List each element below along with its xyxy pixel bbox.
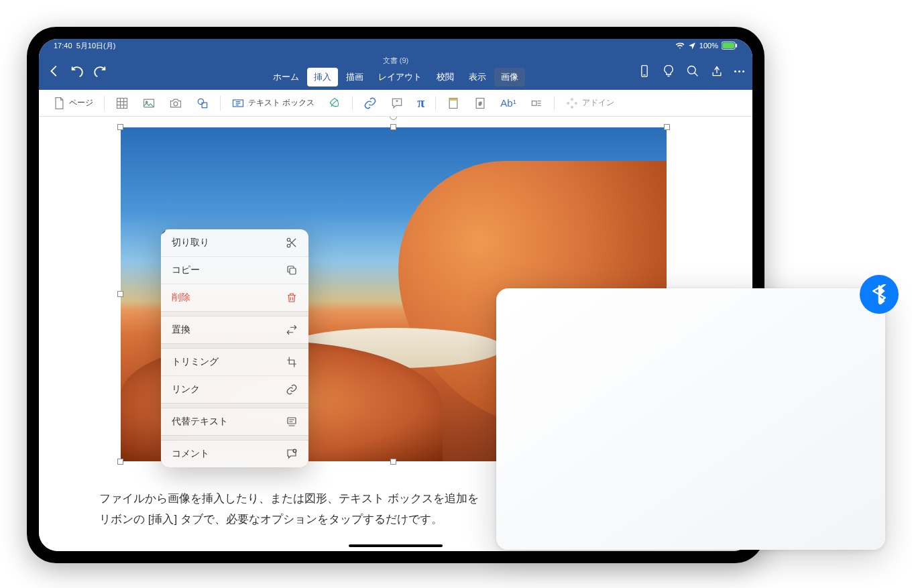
menu-alt-text[interactable]: 代替テキスト bbox=[161, 408, 308, 435]
status-left: 17:40 5月10日(月) bbox=[54, 41, 115, 51]
more-icon[interactable] bbox=[734, 70, 744, 72]
redo-icon[interactable] bbox=[93, 64, 107, 78]
leaf-icon bbox=[328, 97, 341, 110]
magic-trackpad bbox=[496, 288, 885, 550]
ribbon-comment[interactable] bbox=[386, 94, 408, 113]
menu-replace[interactable]: 置換 bbox=[161, 316, 308, 343]
resize-handle-bm[interactable] bbox=[390, 459, 396, 465]
tips-icon[interactable] bbox=[662, 64, 675, 78]
resize-handle-tl[interactable] bbox=[117, 124, 123, 130]
chain-icon bbox=[286, 384, 298, 396]
rotate-handle[interactable] bbox=[390, 117, 397, 120]
undo-icon[interactable] bbox=[70, 64, 84, 78]
svg-point-5 bbox=[688, 66, 696, 74]
tab-layout[interactable]: レイアウト bbox=[372, 68, 429, 86]
svg-rect-7 bbox=[117, 98, 127, 108]
menu-delete[interactable]: 削除 bbox=[161, 284, 308, 311]
ribbon-tabs: ホーム 挿入 描画 レイアウト 校閲 表示 画像 bbox=[266, 68, 525, 86]
ribbon-picture[interactable] bbox=[138, 94, 160, 113]
ribbon-link[interactable] bbox=[359, 94, 381, 113]
battery-percent: 100% bbox=[699, 42, 718, 50]
ribbon-shapes[interactable] bbox=[192, 94, 213, 113]
tab-draw[interactable]: 描画 bbox=[339, 68, 370, 86]
insert-ribbon: ページ テキスト ボックス π # Ab¹ bbox=[39, 90, 752, 117]
comment-add-icon bbox=[286, 448, 298, 460]
document-title[interactable]: 文書 (9) bbox=[383, 56, 409, 66]
copy-icon bbox=[286, 264, 298, 276]
ribbon-camera[interactable] bbox=[165, 94, 186, 113]
tab-picture[interactable]: 画像 bbox=[494, 68, 525, 86]
textbox-icon bbox=[231, 97, 245, 110]
bluetooth-badge bbox=[860, 275, 899, 314]
location-icon bbox=[688, 42, 696, 50]
crop-icon bbox=[286, 356, 298, 368]
picture-icon bbox=[142, 97, 156, 110]
ribbon-textbox[interactable]: テキスト ボックス bbox=[227, 94, 319, 113]
svg-point-15 bbox=[198, 99, 203, 104]
status-time: 17:40 bbox=[54, 42, 72, 50]
header-icon bbox=[447, 97, 460, 110]
swap-icon bbox=[286, 324, 298, 336]
resize-handle-ml[interactable] bbox=[117, 291, 123, 297]
ribbon-header[interactable] bbox=[443, 94, 464, 113]
ribbon-addin[interactable]: アドイン bbox=[561, 94, 618, 113]
wrap-icon bbox=[530, 97, 543, 110]
menu-cut[interactable]: 切り取り bbox=[161, 229, 308, 256]
trash-icon bbox=[286, 292, 298, 304]
ribbon-equation[interactable]: π bbox=[413, 93, 429, 113]
menu-crop[interactable]: トリミング bbox=[161, 349, 308, 375]
svg-rect-33 bbox=[288, 418, 296, 424]
table-icon bbox=[115, 97, 129, 110]
search-icon[interactable] bbox=[686, 64, 699, 78]
resize-handle-tm[interactable] bbox=[390, 124, 396, 130]
svg-point-14 bbox=[174, 101, 178, 105]
svg-point-29 bbox=[287, 244, 290, 247]
camera-icon bbox=[169, 97, 182, 110]
device-icon[interactable] bbox=[638, 64, 651, 78]
resize-handle-bl[interactable] bbox=[117, 459, 123, 465]
tab-insert[interactable]: 挿入 bbox=[307, 68, 338, 86]
shapes-icon bbox=[196, 97, 209, 110]
app-header: 文書 (9) ホーム 挿入 描画 レイアウト 校閲 表示 画像 bbox=[39, 52, 752, 90]
share-icon[interactable] bbox=[710, 64, 724, 78]
wifi-icon bbox=[675, 41, 685, 50]
home-indicator[interactable] bbox=[349, 544, 443, 547]
tab-home[interactable]: ホーム bbox=[266, 68, 306, 86]
comment-icon bbox=[390, 97, 404, 110]
link-icon bbox=[363, 97, 377, 110]
svg-text:#: # bbox=[479, 101, 482, 107]
footnote-icon: Ab¹ bbox=[500, 97, 516, 109]
resize-handle-tr[interactable] bbox=[664, 124, 670, 130]
tab-review[interactable]: 校閲 bbox=[430, 68, 461, 86]
ribbon-page[interactable]: ページ bbox=[48, 94, 97, 113]
menu-comment[interactable]: コメント bbox=[161, 440, 308, 467]
tab-view[interactable]: 表示 bbox=[462, 68, 493, 86]
alt-text-icon bbox=[286, 416, 298, 428]
status-bar: 17:40 5月10日(月) 100% bbox=[39, 39, 752, 52]
ribbon-icons[interactable] bbox=[324, 94, 345, 113]
ribbon-wrap[interactable] bbox=[526, 94, 547, 113]
svg-rect-24 bbox=[532, 101, 536, 105]
svg-line-6 bbox=[695, 73, 698, 76]
number-icon: # bbox=[473, 97, 487, 110]
addin-icon bbox=[565, 97, 579, 110]
svg-rect-2 bbox=[736, 44, 737, 48]
status-right: 100% bbox=[675, 41, 738, 50]
battery-icon bbox=[722, 42, 738, 50]
svg-rect-1 bbox=[722, 43, 734, 48]
svg-point-28 bbox=[287, 238, 290, 241]
ribbon-pagenumber[interactable]: # bbox=[469, 94, 491, 113]
context-menu: 切り取り コピー 削除 置換 トリミング bbox=[161, 229, 308, 467]
menu-link[interactable]: リンク bbox=[161, 376, 308, 403]
pi-icon: π bbox=[417, 95, 424, 111]
back-icon[interactable] bbox=[47, 64, 62, 78]
ribbon-table[interactable] bbox=[111, 94, 133, 113]
scissors-icon bbox=[286, 237, 298, 249]
status-date: 5月10日(月) bbox=[76, 42, 116, 50]
bluetooth-icon bbox=[869, 284, 889, 304]
svg-rect-21 bbox=[449, 98, 457, 100]
svg-rect-32 bbox=[290, 268, 296, 274]
page-icon bbox=[52, 97, 66, 110]
ribbon-footnote[interactable]: Ab¹ bbox=[496, 95, 520, 111]
menu-copy[interactable]: コピー bbox=[161, 257, 308, 284]
